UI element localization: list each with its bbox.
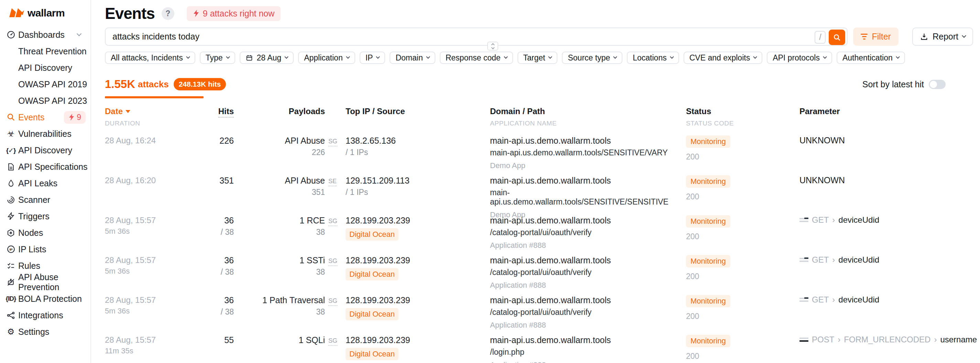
- column-header-top-ip-source[interactable]: Top IP / Source: [345, 107, 490, 116]
- collapse-search-handle[interactable]: [487, 41, 498, 51]
- column-header-parameter[interactable]: Parameter: [799, 107, 973, 116]
- event-payload-count: 38: [234, 267, 325, 276]
- filter-domain[interactable]: Domain: [390, 52, 435, 64]
- sidebar-item-api-discovery[interactable]: {✓} API Discovery: [0, 142, 91, 158]
- http-request-icon: [799, 297, 808, 303]
- event-hits: 36: [189, 215, 234, 226]
- sidebar-item-events[interactable]: Events 9: [0, 109, 91, 126]
- chevron-separator: [832, 255, 835, 265]
- filter-locations[interactable]: Locations: [627, 52, 679, 64]
- filter-cve-and-exploits[interactable]: CVE and exploits: [684, 52, 762, 64]
- sidebar-item-api-specifications[interactable]: API Specifications: [0, 158, 91, 175]
- status-code: 200: [686, 312, 799, 321]
- search-input[interactable]: [105, 28, 847, 45]
- wallarm-logo[interactable]: wallarm: [0, 0, 91, 24]
- event-domain[interactable]: main-api.us.demo.wallarm.tools: [490, 135, 686, 146]
- column-header-hits[interactable]: Hits: [189, 107, 234, 116]
- event-ip[interactable]: 128.199.203.239: [345, 255, 490, 265]
- sidebar-item-settings[interactable]: ⚙ Settings: [0, 323, 91, 340]
- ip-circle-icon: IP: [6, 245, 16, 254]
- country-code-badge[interactable]: SG: [328, 218, 337, 226]
- country-code-badge[interactable]: SG: [328, 297, 337, 306]
- event-domain[interactable]: main-api.us.demo.wallarm.tools: [490, 335, 686, 345]
- event-hits-sub: / 38: [189, 267, 234, 276]
- column-header-date[interactable]: Date: [105, 107, 189, 116]
- attacks-now-badge[interactable]: 9 attacks right now: [187, 6, 281, 21]
- help-icon[interactable]: ?: [162, 7, 174, 20]
- integrations-share-icon: [6, 311, 16, 320]
- summary-row: 1.55K attacks 248.13K hits Sort by lates…: [105, 78, 973, 91]
- filter-button[interactable]: Filter: [853, 27, 899, 46]
- filter-application[interactable]: Application: [298, 52, 355, 64]
- sidebar-item-nodes[interactable]: Nodes: [0, 224, 91, 241]
- event-hits-sub: / 38: [189, 307, 234, 316]
- event-ip[interactable]: 129.151.209.113: [345, 175, 490, 186]
- report-button[interactable]: Report: [912, 27, 973, 46]
- filter-api-protocols[interactable]: API protocols: [767, 52, 832, 64]
- table-row[interactable]: 28 Aug, 15:57 5m 36s 36 / 38 1 SSTi 38 S…: [105, 251, 973, 291]
- event-domain[interactable]: main-api.us.demo.wallarm.tools: [490, 295, 686, 305]
- filter-all-attacks-incidents[interactable]: All attacks, Incidents: [105, 52, 195, 64]
- droplet-icon: [6, 179, 16, 188]
- table-row[interactable]: 28 Aug, 16:24 226 API Abuse 226 SG 138.2…: [105, 131, 973, 171]
- column-header-domain-path[interactable]: Domain / Path: [490, 107, 686, 116]
- search-button[interactable]: [829, 30, 845, 45]
- sidebar-item-api-abuse-prevention[interactable]: API Abuse Prevention: [0, 274, 91, 290]
- sidebar-item-api-leaks[interactable]: API Leaks: [0, 175, 91, 191]
- event-domain[interactable]: main-api.us.demo.wallarm.tools: [490, 255, 686, 265]
- table-row[interactable]: 28 Aug, 15:57 5m 36s 36 / 38 1 Path Trav…: [105, 291, 973, 331]
- slash-shortcut-key: /: [815, 31, 826, 44]
- sidebar-item-dashboards[interactable]: Dashboards: [0, 27, 91, 43]
- filter-ip[interactable]: IP: [360, 52, 385, 64]
- country-code-badge[interactable]: SG: [328, 258, 337, 266]
- country-code-badge[interactable]: SG: [328, 138, 337, 146]
- sidebar-item-rules[interactable]: Rules: [0, 258, 91, 274]
- biohazard-icon: ☣: [6, 129, 16, 139]
- filter-date[interactable]: 28 Aug: [240, 52, 294, 64]
- event-application: Application #888: [490, 241, 686, 250]
- event-domain[interactable]: main-api.us.demo.wallarm.tools: [490, 215, 686, 226]
- status-badge: Monitoring: [686, 175, 730, 188]
- sidebar-item-api-discovery-dash[interactable]: API Discovery: [0, 59, 91, 76]
- column-header-status[interactable]: Status: [686, 107, 799, 116]
- chevron-down-icon: [491, 46, 495, 49]
- event-ip[interactable]: 128.199.203.239: [345, 335, 490, 345]
- param-name: deviceUdid: [838, 295, 879, 304]
- table-row[interactable]: 28 Aug, 16:20 351 API Abuse 351 SE 129.1…: [105, 171, 973, 211]
- country-code-badge[interactable]: SG: [328, 337, 337, 346]
- radar-spiral-icon: [6, 195, 16, 205]
- sort-by-latest-hit-toggle[interactable]: [929, 80, 946, 89]
- calendar-icon: [245, 54, 253, 62]
- sidebar-item-owasp-api-2023[interactable]: OWASP API 2023: [0, 92, 91, 109]
- event-domain[interactable]: main-api.us.demo.wallarm.tools: [490, 175, 686, 186]
- event-ip[interactable]: 128.199.203.239: [345, 215, 490, 226]
- event-duration: 11m 35s: [105, 347, 189, 355]
- filter-type[interactable]: Type: [200, 52, 235, 64]
- event-ip[interactable]: 128.199.203.239: [345, 295, 490, 305]
- document-icon: [6, 162, 16, 172]
- sidebar-item-owasp-api-2019[interactable]: OWASP API 2019: [0, 76, 91, 92]
- sidebar-item-bola-protection[interactable]: {ID} BOLA Protection: [0, 290, 91, 307]
- sidebar-item-ip-lists[interactable]: IP IP Lists: [0, 241, 91, 258]
- filter-response-code[interactable]: Response code: [440, 52, 513, 64]
- sidebar-item-triggers[interactable]: Triggers: [0, 208, 91, 224]
- table-row[interactable]: 28 Aug, 15:57 11m 35s 55 1 SQLi SG 128.1…: [105, 331, 973, 363]
- table-row[interactable]: 28 Aug, 15:57 5m 36s 36 / 38 1 RCE 38 SG…: [105, 211, 973, 251]
- sidebar-item-threat-prevention[interactable]: Threat Prevention: [0, 43, 91, 59]
- sidebar-item-vulnerabilities[interactable]: ☣ Vulnerabilities: [0, 126, 91, 142]
- sidebar-item-scanner[interactable]: Scanner: [0, 191, 91, 208]
- event-ip[interactable]: 138.2.65.136: [345, 135, 490, 146]
- wallarm-logo-icon: [9, 7, 24, 19]
- column-header-payloads[interactable]: Payloads: [234, 107, 325, 116]
- sidebar-item-integrations[interactable]: Integrations: [0, 307, 91, 323]
- filter-source-type[interactable]: Source type: [562, 52, 622, 64]
- event-hits: 36: [189, 295, 234, 305]
- table-header: Date Hits Payloads Top IP / Source Domai…: [105, 107, 973, 127]
- filter-target[interactable]: Target: [517, 52, 558, 64]
- event-date: 28 Aug, 15:57: [105, 295, 189, 305]
- country-code-badge[interactable]: SE: [328, 178, 337, 186]
- param-name: deviceUdid: [838, 255, 879, 265]
- status-badge: Monitoring: [686, 215, 730, 228]
- filter-authentication[interactable]: Authentication: [837, 52, 905, 64]
- attacks-count: 1.55K: [105, 78, 135, 91]
